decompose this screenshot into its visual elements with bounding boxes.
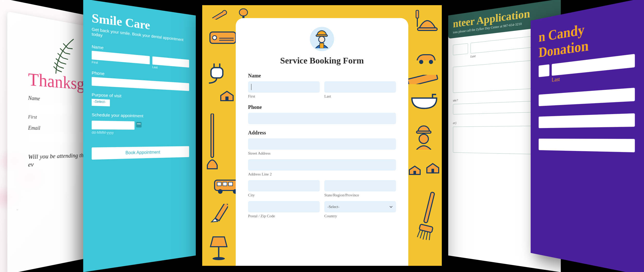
svg-point-0 bbox=[239, 9, 248, 16]
svg-rect-10 bbox=[211, 114, 214, 157]
svg-rect-30 bbox=[424, 192, 435, 223]
state-input[interactable] bbox=[324, 180, 396, 191]
phone-input[interactable] bbox=[248, 113, 396, 124]
service-title: Service Booking Form bbox=[248, 56, 396, 66]
svg-rect-25 bbox=[408, 75, 438, 84]
pencil-icon bbox=[207, 204, 228, 225]
svg-line-33 bbox=[420, 230, 423, 239]
postal-input[interactable] bbox=[248, 201, 320, 212]
country-sublabel: Country bbox=[324, 214, 396, 218]
svg-rect-6 bbox=[211, 68, 223, 78]
svg-point-15 bbox=[218, 189, 223, 194]
worker-avatar-icon bbox=[310, 27, 334, 51]
address-label: Address bbox=[248, 130, 396, 136]
house-icon-3 bbox=[426, 163, 440, 174]
house-icon-2 bbox=[408, 165, 421, 175]
first-sublabel: First bbox=[248, 94, 320, 99]
email-label: Email bbox=[28, 125, 91, 132]
country-value: -Select- bbox=[327, 205, 340, 209]
template-gallery-stage: Thanksgiv Name First Email Will you be a… bbox=[0, 0, 644, 272]
svg-point-24 bbox=[429, 60, 433, 64]
svg-rect-28 bbox=[413, 171, 416, 174]
phone-label: Phone bbox=[248, 104, 396, 110]
service-booking-form: Service Booking Form Name First Last Pho… bbox=[202, 5, 442, 266]
schedule-label: Schedule your appointment bbox=[92, 112, 189, 119]
first-name-input[interactable] bbox=[248, 81, 320, 93]
lamp-icon bbox=[208, 235, 230, 261]
bathtub-icon bbox=[410, 93, 439, 111]
svg-rect-39 bbox=[320, 43, 324, 48]
ac-unit-icon bbox=[209, 31, 237, 46]
calendar-icon[interactable] bbox=[136, 122, 142, 127]
svg-line-36 bbox=[428, 232, 431, 240]
state-sublabel: State/Region/Province bbox=[324, 193, 396, 197]
svg-rect-14 bbox=[228, 182, 233, 186]
field-3[interactable] bbox=[539, 113, 635, 128]
address-line2-input[interactable] bbox=[248, 159, 396, 171]
svg-rect-31 bbox=[419, 224, 433, 233]
svg-rect-22 bbox=[418, 28, 437, 30]
cap-icon bbox=[417, 17, 438, 31]
first-name-input[interactable] bbox=[453, 43, 468, 55]
line2-sublabel: Address Line 2 bbox=[248, 172, 396, 177]
svg-rect-12 bbox=[217, 182, 221, 186]
svg-point-27 bbox=[419, 134, 428, 143]
worker-icon bbox=[413, 124, 435, 150]
chevron-down-icon bbox=[389, 205, 393, 209]
text-cursor bbox=[251, 84, 251, 90]
svg-line-34 bbox=[423, 231, 425, 239]
plunger-icon bbox=[206, 114, 219, 170]
field-4[interactable] bbox=[539, 139, 635, 152]
svg-line-35 bbox=[426, 232, 428, 240]
house-icon bbox=[220, 90, 234, 102]
field-2[interactable] bbox=[539, 88, 635, 106]
city-sublabel: City bbox=[248, 193, 320, 197]
svg-rect-29 bbox=[431, 169, 434, 173]
attending-question: Will you be attending the ev bbox=[28, 151, 91, 169]
svg-rect-9 bbox=[225, 97, 228, 101]
date-input[interactable] bbox=[92, 121, 134, 130]
purpose-select[interactable]: -Select- bbox=[92, 99, 110, 106]
svg-point-19 bbox=[213, 257, 225, 260]
svg-point-23 bbox=[419, 60, 423, 64]
first-sublabel: First bbox=[28, 114, 91, 121]
brush-icon bbox=[412, 191, 438, 243]
email-input[interactable] bbox=[28, 133, 86, 143]
svg-rect-17 bbox=[215, 204, 228, 221]
svg-point-38 bbox=[319, 36, 325, 43]
name-label: Name bbox=[28, 95, 91, 105]
candy-donation-form: n Candy Donation Last bbox=[531, 0, 644, 272]
street-sublabel: Street Address bbox=[248, 151, 396, 156]
first-name-input[interactable] bbox=[539, 64, 549, 77]
country-select[interactable]: -Select- bbox=[324, 201, 396, 212]
car-icon bbox=[416, 52, 436, 65]
last-name-input[interactable] bbox=[324, 81, 396, 93]
first-name-input[interactable] bbox=[28, 103, 74, 115]
city-input[interactable] bbox=[248, 180, 320, 191]
svg-rect-26 bbox=[417, 131, 431, 133]
service-card: Service Booking Form Name First Last Pho… bbox=[236, 18, 408, 266]
svg-rect-13 bbox=[223, 182, 227, 186]
book-appointment-button[interactable]: Book Appointment bbox=[92, 146, 189, 159]
svg-line-32 bbox=[417, 230, 420, 237]
street-input[interactable] bbox=[248, 138, 396, 150]
last-sublabel: Last bbox=[324, 94, 396, 99]
smile-care-form: Smile Care Get back your smile. Book you… bbox=[83, 0, 196, 272]
ruler-icon bbox=[407, 75, 438, 84]
svg-point-3 bbox=[213, 36, 217, 40]
date-format-hint: dd-MMM-yyyy bbox=[92, 131, 189, 135]
wrench-icon bbox=[211, 10, 229, 20]
plug-icon bbox=[207, 62, 227, 84]
name-label: Name bbox=[248, 73, 396, 79]
postal-sublabel: Postal / Zip Code bbox=[248, 214, 320, 218]
